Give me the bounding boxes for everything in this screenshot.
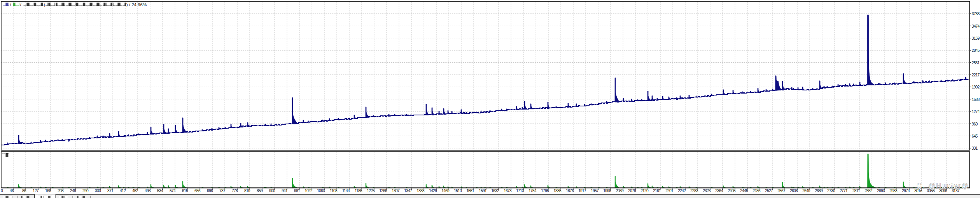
svg-text:1835: 1835	[553, 189, 562, 193]
svg-text:46: 46	[10, 189, 14, 193]
svg-text:1754: 1754	[528, 189, 537, 193]
svg-text:3159: 3159	[972, 36, 980, 41]
svg-text:900: 900	[269, 189, 275, 193]
svg-text:1591: 1591	[479, 189, 487, 193]
svg-text:2893: 2893	[877, 189, 885, 193]
svg-text:1713: 1713	[516, 189, 524, 193]
svg-text:2531: 2531	[972, 61, 980, 65]
svg-text:2811: 2811	[852, 189, 860, 193]
svg-text:1347: 1347	[404, 189, 412, 193]
svg-text:330: 330	[95, 189, 101, 193]
svg-text:2079: 2079	[628, 189, 636, 193]
svg-text:2242: 2242	[678, 189, 686, 193]
svg-text:1917: 1917	[578, 189, 586, 193]
svg-text:1957: 1957	[591, 189, 599, 193]
svg-text:1632: 1632	[491, 189, 499, 193]
svg-text:1510: 1510	[454, 189, 462, 193]
svg-text:960: 960	[972, 122, 978, 126]
svg-text:1902: 1902	[972, 85, 980, 89]
svg-text:412: 412	[120, 189, 126, 193]
svg-text:371: 371	[107, 189, 114, 193]
svg-text:819: 819	[244, 189, 250, 193]
svg-text:2771: 2771	[840, 189, 848, 193]
svg-text:1588: 1588	[972, 97, 980, 102]
svg-text:127: 127	[33, 189, 39, 193]
svg-text:452: 452	[132, 189, 138, 193]
svg-text:2486: 2486	[752, 189, 761, 193]
svg-text:645: 645	[972, 134, 978, 138]
svg-text:290: 290	[82, 189, 89, 193]
svg-text:1103: 1103	[330, 189, 338, 193]
svg-text:2730: 2730	[827, 189, 835, 193]
svg-text:2283: 2283	[690, 189, 698, 193]
svg-text:1266: 1266	[379, 189, 387, 193]
svg-text:2364: 2364	[715, 189, 723, 193]
svg-text:2120: 2120	[640, 189, 649, 193]
svg-text:1185: 1185	[355, 189, 362, 193]
svg-text:(: (	[44, 2, 46, 7]
svg-text:534: 534	[157, 189, 163, 193]
svg-text:2933: 2933	[889, 189, 898, 193]
svg-text:574: 574	[170, 189, 176, 193]
svg-text:1469: 1469	[441, 189, 450, 193]
svg-text:737: 737	[219, 189, 226, 193]
svg-text:86: 86	[22, 189, 26, 193]
svg-text:208: 208	[58, 189, 64, 193]
svg-text:2845: 2845	[972, 48, 980, 53]
svg-text:1307: 1307	[392, 189, 400, 193]
svg-text:941: 941	[282, 189, 288, 193]
svg-text:1429: 1429	[429, 189, 437, 193]
svg-text:2974: 2974	[902, 189, 910, 193]
svg-text:168: 168	[45, 189, 51, 193]
svg-text:981: 981	[294, 189, 300, 193]
svg-text:2405: 2405	[728, 189, 736, 193]
svg-text:2527: 2527	[765, 189, 773, 193]
svg-text:2445: 2445	[740, 189, 748, 193]
svg-text:1063: 1063	[317, 189, 325, 193]
svg-text:2039: 2039	[616, 189, 624, 193]
svg-text:2852: 2852	[864, 189, 873, 193]
svg-text:1876: 1876	[566, 189, 574, 193]
svg-text:2567: 2567	[777, 189, 786, 193]
svg-text:2201: 2201	[665, 189, 674, 193]
svg-text:2217: 2217	[972, 73, 980, 77]
svg-text:493: 493	[145, 189, 151, 193]
svg-text:1225: 1225	[367, 189, 375, 193]
svg-text:1274: 1274	[972, 110, 980, 114]
svg-text:1673: 1673	[504, 189, 512, 193]
svg-text:2323: 2323	[703, 189, 711, 193]
svg-text:656: 656	[194, 189, 201, 193]
svg-text:2689: 2689	[815, 189, 823, 193]
svg-text:1388: 1388	[416, 189, 425, 193]
svg-text:859: 859	[257, 189, 263, 193]
svg-text:3788: 3788	[972, 12, 980, 16]
svg-text:331: 331	[972, 146, 978, 150]
svg-text:1551: 1551	[466, 189, 474, 193]
svg-text:696: 696	[207, 189, 213, 193]
svg-text:1998: 1998	[603, 189, 611, 193]
svg-text:2649: 2649	[802, 189, 810, 193]
svg-text:3474: 3474	[972, 24, 980, 28]
svg-text:1144: 1144	[342, 189, 350, 193]
svg-text:778: 778	[232, 189, 238, 193]
svg-text:2161: 2161	[653, 189, 661, 193]
svg-text:1795: 1795	[541, 189, 549, 193]
svg-text:2608: 2608	[790, 189, 798, 193]
svg-text:1022: 1022	[304, 189, 313, 193]
svg-text:615: 615	[182, 189, 188, 193]
svg-text:) / 24.96%: ) / 24.96%	[126, 2, 147, 7]
svg-text:Q. @Hunter@: Q. @Hunter@	[917, 182, 970, 190]
svg-text:249: 249	[70, 189, 76, 193]
